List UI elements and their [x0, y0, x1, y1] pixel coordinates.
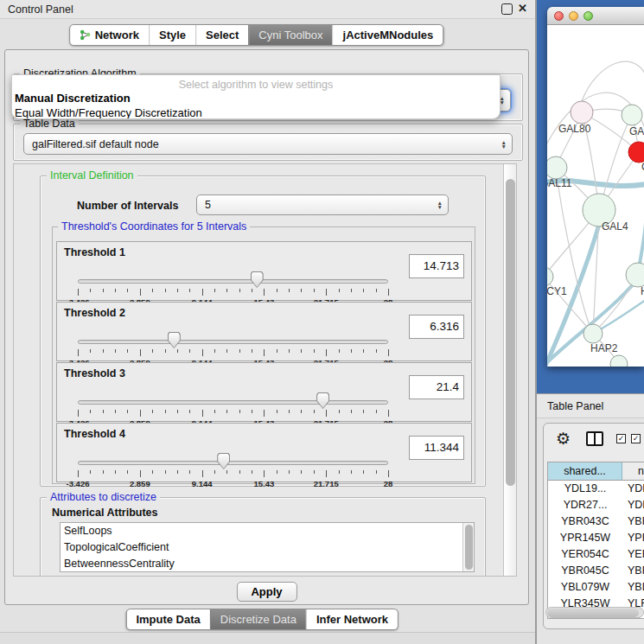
- cell[interactable]: YBL0: [622, 579, 644, 596]
- cell[interactable]: YBL079W: [548, 579, 622, 596]
- number-of-intervals-combobox[interactable]: 5 ▲▼: [196, 194, 449, 215]
- table-row[interactable]: YDR27... YDR2: [548, 497, 644, 513]
- cell[interactable]: YDL19...: [548, 481, 622, 497]
- table-row[interactable]: YDL19... YDL1: [548, 481, 644, 497]
- tab-discretize-data[interactable]: Discretize Data: [210, 609, 306, 629]
- network-graph[interactable]: GAL80GACGAL11GAL4GCY1HHAP2: [547, 25, 644, 367]
- network-node[interactable]: [571, 101, 593, 124]
- threshold-3-value-field[interactable]: 21.4: [409, 375, 464, 399]
- network-node[interactable]: [610, 355, 628, 367]
- bottom-strip: [0, 632, 535, 644]
- table-row[interactable]: YER054C YER0: [548, 546, 644, 563]
- slider-thumb[interactable]: [251, 271, 264, 288]
- network-node[interactable]: [622, 105, 642, 125]
- list-item-selfloops[interactable]: SelfLoops: [61, 523, 474, 539]
- tab-select[interactable]: Select: [195, 25, 248, 45]
- column-header-name[interactable]: n: [622, 462, 644, 480]
- cell[interactable]: YDR2: [622, 497, 644, 513]
- threshold-1-slider[interactable]: -3.4262.8599.14415.4321.71528: [78, 268, 388, 301]
- column-layout-icon[interactable]: [586, 431, 603, 446]
- node-attribute-table: shared... n YDL19... YDL1 YDR27... YDR2 …: [547, 462, 644, 619]
- bottom-tab-bar: Impute Data Discretize Data Infer Networ…: [125, 609, 399, 630]
- threshold-4-slider[interactable]: -3.4262.8599.14415.4321.71528: [78, 450, 388, 482]
- network-canvas[interactable]: GAL80GACGAL11GAL4GCY1HHAP2: [547, 25, 644, 367]
- threshold-1-value-field[interactable]: 14.713: [409, 254, 464, 278]
- close-panel-icon[interactable]: ✕: [517, 3, 528, 15]
- threshold-3-slider[interactable]: -3.4262.8599.14415.4321.71528: [78, 389, 388, 422]
- cell[interactable]: YPR145W: [548, 530, 622, 546]
- cell[interactable]: YBR043C: [548, 513, 622, 530]
- slider-track[interactable]: [78, 340, 388, 344]
- column-header-shared-name[interactable]: shared...: [548, 462, 622, 480]
- tab-cyni-toolbox[interactable]: Cyni Toolbox: [248, 25, 332, 45]
- attributes-list-scrollbar[interactable]: [462, 523, 474, 571]
- table-data-combobox[interactable]: galFiltered.sif default node ▲▼: [23, 133, 513, 155]
- window-minimize-button[interactable]: [569, 11, 578, 21]
- gear-icon[interactable]: ⚙︎: [556, 429, 571, 449]
- cell[interactable]: YBR045C: [548, 563, 622, 579]
- threshold-1-label: Threshold 1: [64, 246, 125, 258]
- cell[interactable]: YER054C: [548, 546, 622, 563]
- cell[interactable]: YPR1: [622, 530, 644, 546]
- table-header-row: shared... n: [548, 462, 644, 481]
- tab-style[interactable]: Style: [149, 25, 195, 45]
- attributes-to-discretize-group: Attributes to discretize Numerical Attri…: [40, 497, 486, 577]
- slider-track[interactable]: [78, 400, 388, 405]
- slider-thumb[interactable]: [217, 453, 230, 469]
- slider-thumb[interactable]: [168, 332, 181, 348]
- cell[interactable]: YER0: [622, 546, 644, 563]
- interval-definition-group-title: Interval Definition: [47, 169, 137, 182]
- cell[interactable]: YDL1: [622, 481, 644, 497]
- number-of-intervals-value: 5: [205, 199, 211, 211]
- threshold-coordinates-group: Threshold's Coordinates for 5 Intervals …: [52, 226, 475, 484]
- table-row[interactable]: YBL079W YBL0: [548, 579, 644, 596]
- cell[interactable]: YDR27...: [548, 497, 622, 513]
- cell[interactable]: YBR0: [622, 563, 644, 579]
- popup-item-manual-discretization[interactable]: Manual Discretization: [12, 91, 500, 105]
- slider-track[interactable]: [78, 279, 388, 284]
- float-panel-icon[interactable]: [501, 3, 513, 15]
- network-window-titlebar[interactable]: [547, 7, 644, 25]
- network-node[interactable]: [547, 267, 553, 286]
- threshold-2-label: Threshold 2: [64, 307, 125, 319]
- network-node-label: GCY1: [547, 285, 567, 297]
- window-close-button[interactable]: [554, 11, 564, 21]
- list-item-betweennesscentrality[interactable]: BetweennessCentrality: [61, 556, 474, 572]
- network-node[interactable]: [626, 263, 644, 287]
- table-panel-titlebar: Table Panel: [537, 393, 644, 418]
- network-node[interactable]: [547, 156, 567, 179]
- network-edge[interactable]: [556, 168, 593, 334]
- table-data-group-title: Table Data: [20, 118, 79, 130]
- threshold-2-slider[interactable]: -3.4262.8599.14415.4321.71528: [78, 328, 388, 361]
- slider-ticks: [78, 470, 388, 478]
- network-edge[interactable]: [582, 61, 644, 101]
- tab-network[interactable]: Network: [70, 25, 149, 45]
- network-window: GAL80GACGAL11GAL4GCY1HHAP2: [547, 7, 644, 367]
- network-node[interactable]: [583, 324, 603, 343]
- algorithm-dropdown-popup: Select algorithm to view settings Manual…: [11, 74, 501, 119]
- checkbox-icon[interactable]: ✓: [631, 434, 641, 443]
- table-row[interactable]: YBR045C YBR0: [548, 563, 644, 579]
- number-of-intervals-label: Number of Intervals: [77, 200, 178, 212]
- slider-track[interactable]: [78, 461, 388, 465]
- table-row[interactable]: YPR145W YPR1: [548, 530, 644, 546]
- list-item-topologicalcoefficient[interactable]: TopologicalCoefficient: [61, 539, 474, 556]
- apply-button[interactable]: Apply: [236, 582, 296, 602]
- cell[interactable]: YBR0: [622, 513, 644, 530]
- window-zoom-button[interactable]: [583, 11, 593, 21]
- threshold-2-value-field[interactable]: 6.316: [409, 315, 464, 339]
- checkbox-icon[interactable]: ✓: [616, 434, 626, 443]
- table-horizontal-scrollbar[interactable]: [545, 607, 644, 618]
- algorithm-popup-hint: Select algorithm to view settings: [12, 75, 500, 91]
- application-root: Control Panel ✕ Network Style Select Cyn…: [0, 0, 644, 644]
- settings-vertical-scrollbar[interactable]: [503, 164, 516, 576]
- threshold-4-value-field[interactable]: 11.344: [409, 436, 464, 460]
- table-row[interactable]: YBR043C YBR0: [548, 513, 644, 530]
- tab-infer-network[interactable]: Infer Network: [306, 609, 398, 629]
- numerical-attributes-label: Numerical Attributes: [52, 507, 157, 519]
- popup-item-equal-width-frequency[interactable]: Equal Width/Frequency Discretization: [12, 105, 500, 119]
- threshold-2-panel: Threshold 2 -3.4262.8599.14415.4321.7152…: [56, 302, 472, 361]
- slider-thumb[interactable]: [316, 392, 329, 409]
- tab-impute-data[interactable]: Impute Data: [126, 609, 209, 629]
- tab-jactivemnodules[interactable]: jActiveMNodules: [333, 25, 443, 45]
